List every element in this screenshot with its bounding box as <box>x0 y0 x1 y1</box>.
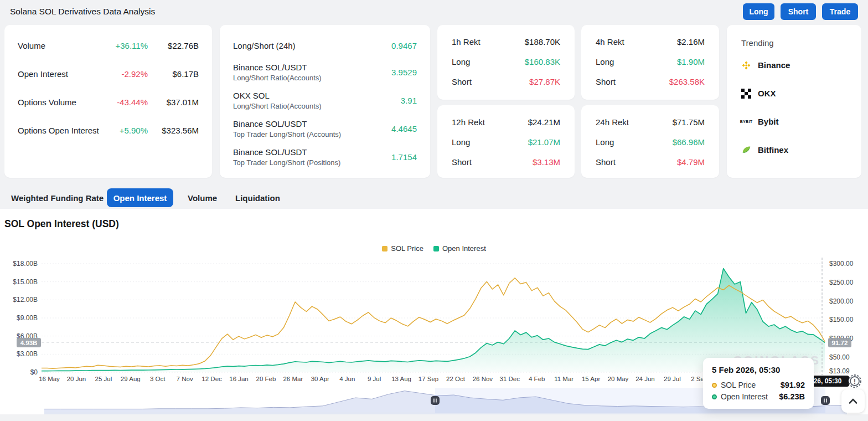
trending-item-label: OKX <box>758 89 776 98</box>
rekt-short-label: Short <box>596 77 616 86</box>
ratio-label: Long/Short (24h) <box>233 41 296 50</box>
tooltip-label: SOL Price <box>721 381 756 389</box>
ratio-value: 0.9467 <box>391 41 417 50</box>
legend-item-sol-price[interactable]: SOL Price <box>382 244 423 253</box>
trending-item-okx[interactable]: OKX <box>727 79 861 107</box>
rekt-card-24h: 24h Rekt$71.75M Long$66.96M Short$4.79M <box>581 105 719 178</box>
left-axis-tick-label: $12.00B <box>8 296 38 304</box>
stat-row-volume: Volume +36.11% $22.76B <box>4 32 212 60</box>
legend-label: Open Interest <box>442 244 486 253</box>
stat-change: -2.92% <box>121 69 148 79</box>
trending-card: Trending Binance OKX BYBIT <box>727 25 861 178</box>
tab-liquidation[interactable]: Liquidation <box>235 188 280 207</box>
stat-value: $22.76B <box>148 41 199 50</box>
rekt-long-value: $21.07M <box>528 137 560 147</box>
bottom-strip <box>0 414 868 421</box>
trending-item-binance[interactable]: Binance <box>727 51 861 79</box>
chart-tooltip: 5 Feb 2026, 05:30 SOL Price $91.92 Open … <box>703 358 814 409</box>
chart-title: SOL Open Interest (USD) <box>4 218 119 230</box>
left-axis-tick-label: $0 <box>8 368 38 376</box>
ratio-value: 4.4645 <box>391 124 417 134</box>
ratio-value: 3.91 <box>401 96 417 105</box>
rekt-short-value: $263.58K <box>669 77 705 86</box>
sol-price-swatch <box>382 246 388 251</box>
stat-row-options-volume: Options Volume -43.44% $37.01M <box>4 88 212 116</box>
page-title: Solana SOL Derivatives Data Analysis <box>10 7 155 17</box>
navigator-right-handle[interactable] <box>821 396 830 405</box>
ratio-row-binance-accounts: Binance SOL/USDT Long/Short Ratio(Accoun… <box>220 58 430 86</box>
ratio-sublabel: Long/Short Ratio(Accounts) <box>233 74 322 82</box>
tab-weighted-funding-rate[interactable]: Weighted Funding Rate <box>11 188 104 207</box>
rekt-card-1h: 1h Rekt$188.70K Long$160.83K Short$27.87… <box>437 25 575 100</box>
binance-icon <box>741 60 751 70</box>
rekt-title: 12h Rekt <box>452 117 485 127</box>
trending-item-bitfinex[interactable]: Bitfinex <box>727 136 861 164</box>
long-button[interactable]: Long <box>743 3 774 20</box>
left-axis-tick-label: $18.00B <box>8 260 38 268</box>
chevron-up-icon <box>849 398 857 404</box>
rekt-short-value: $3.13M <box>533 157 560 167</box>
trade-button[interactable]: Trade <box>822 3 858 20</box>
left-axis-tick-label: $15.00B <box>8 278 38 286</box>
ratio-row-24h: Long/Short (24h) 0.9467 <box>220 33 430 58</box>
navigator-left-handle[interactable] <box>431 396 440 405</box>
scroll-to-top-button[interactable] <box>841 389 865 413</box>
rekt-short-label: Short <box>452 157 472 167</box>
stat-label: Volume <box>18 41 45 50</box>
left-axis-tick-label: $9.00B <box>8 314 38 322</box>
rekt-long-label: Long <box>596 57 614 66</box>
stat-label: Options Open Interest <box>18 126 99 135</box>
tab-open-interest[interactable]: Open Interest <box>107 188 173 207</box>
rekt-total: $2.16M <box>677 37 705 47</box>
tab-volume[interactable]: Volume <box>188 188 217 207</box>
right-axis-tick-label: $150.00 <box>829 316 853 324</box>
trending-title: Trending <box>727 25 861 51</box>
rekt-long-value: $160.83K <box>525 57 560 66</box>
tooltip-row-sol-price: SOL Price $91.92 <box>712 381 805 389</box>
legend-item-open-interest[interactable]: Open Interest <box>433 244 486 253</box>
ratio-value: 1.7154 <box>391 152 417 162</box>
okx-icon <box>741 89 751 99</box>
ratio-label: Binance SOL/USDT <box>233 119 341 129</box>
short-button[interactable]: Short <box>781 3 816 20</box>
sol-price-dot-icon <box>712 383 717 388</box>
svg-text:!: ! <box>854 377 856 386</box>
stat-row-open-interest: Open Interest -2.92% $6.17B <box>4 60 212 88</box>
tooltip-row-open-interest: Open Interest $6.23B <box>712 392 805 401</box>
stats-card: Volume +36.11% $22.76B Open Interest -2.… <box>4 25 212 178</box>
stat-row-options-open-interest: Options Open Interest +5.90% $323.56M <box>4 116 212 145</box>
tooltip-value: $91.92 <box>781 381 805 389</box>
rekt-short-label: Short <box>596 157 616 167</box>
current-oi-badge: 4.93B <box>17 338 41 347</box>
rekt-card-12h: 12h Rekt$24.21M Long$21.07M Short$3.13M <box>437 105 575 178</box>
bybit-icon: BYBIT <box>741 117 751 127</box>
rekt-long-label: Long <box>452 57 470 66</box>
ratio-row-toptrader-positions: Binance SOL/USDT Top Trader Long/Short (… <box>220 143 430 171</box>
trending-item-label: Bitfinex <box>758 145 788 155</box>
legend-label: SOL Price <box>391 244 423 253</box>
tooltip-value: $6.23B <box>779 392 805 401</box>
ratio-label: OKX SOL <box>233 91 322 100</box>
rekt-title: 1h Rekt <box>452 37 480 47</box>
stat-value: $6.17B <box>148 69 199 79</box>
ratios-card: Long/Short (24h) 0.9467 Binance SOL/USDT… <box>220 25 430 178</box>
stat-value: $323.56M <box>148 126 199 135</box>
right-axis-tick-label: $200.00 <box>829 297 853 305</box>
settings-gear-icon[interactable]: ! <box>845 372 864 391</box>
bitfinex-icon <box>741 145 751 155</box>
rekt-title: 4h Rekt <box>596 37 624 47</box>
tooltip-label: Open Interest <box>721 392 768 401</box>
stat-label: Open Interest <box>18 69 68 79</box>
current-price-badge: 91.72 <box>828 338 851 347</box>
rekt-total: $24.21M <box>528 117 560 127</box>
rekt-total: $71.75M <box>673 117 705 127</box>
app-root: Solana SOL Derivatives Data Analysis Lon… <box>0 0 868 421</box>
left-axis-tick-label: $3.00B <box>8 350 38 358</box>
rekt-short-label: Short <box>452 77 472 86</box>
ratio-sublabel: Top Trader Long/Short (Accounts) <box>233 130 341 138</box>
stat-label: Options Volume <box>18 97 76 107</box>
stat-change: +5.90% <box>120 126 148 135</box>
trending-item-bybit[interactable]: BYBIT Bybit <box>727 107 861 136</box>
trending-item-label: Binance <box>758 60 790 70</box>
right-axis-tick-label: $250.00 <box>829 279 853 286</box>
